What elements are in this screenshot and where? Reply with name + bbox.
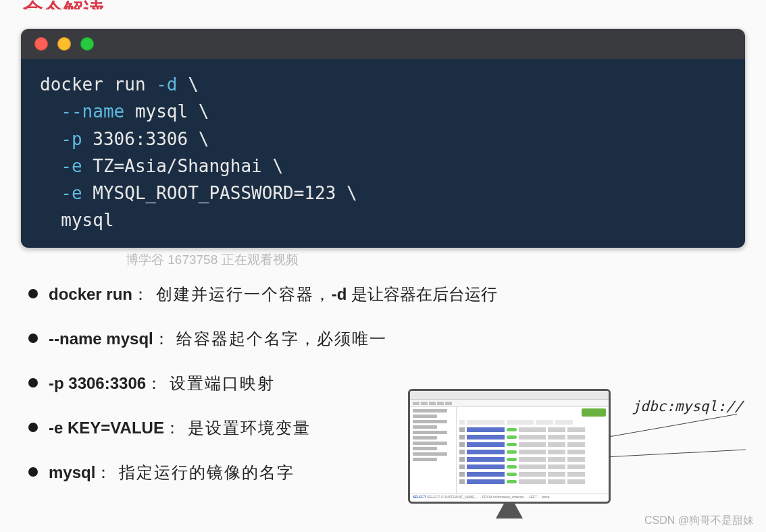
terminal-titlebar <box>21 29 745 59</box>
list-item: docker run： 创建并运行一个容器，-d 是让容器在后台运行 <box>28 282 746 307</box>
minimize-icon[interactable] <box>57 37 71 51</box>
list-item: --name mysql： 给容器起个名字，必须唯一 <box>28 327 746 351</box>
close-icon[interactable] <box>34 37 48 51</box>
maximize-icon[interactable] <box>80 37 94 51</box>
jdbc-label: jdbc:mysql:// <box>632 398 743 415</box>
execute-button-illustration <box>582 408 606 417</box>
terminal-window: docker run -d \ --name mysql \ -p 3306:3… <box>20 28 746 248</box>
attribution: CSDN @狗哥不是甜妹 <box>644 514 754 528</box>
watermark-text: 博学谷 1673758 正在观看视频 <box>0 251 766 269</box>
monitor-stand <box>496 504 523 518</box>
diagram-area: SELECT SELECT CONSTRAINT_NAME，… FROM inf… <box>408 389 746 524</box>
sql-snippet: SELECT SELECT CONSTRAINT_NAME，… FROM inf… <box>410 494 609 504</box>
terminal-body: docker run -d \ --name mysql \ -p 3306:3… <box>21 59 745 248</box>
connector-line <box>611 450 746 457</box>
page-title: 命令解读 <box>0 0 766 9</box>
db-client-illustration: SELECT SELECT CONSTRAINT_NAME，… FROM inf… <box>408 389 611 504</box>
connector-line <box>611 414 737 437</box>
